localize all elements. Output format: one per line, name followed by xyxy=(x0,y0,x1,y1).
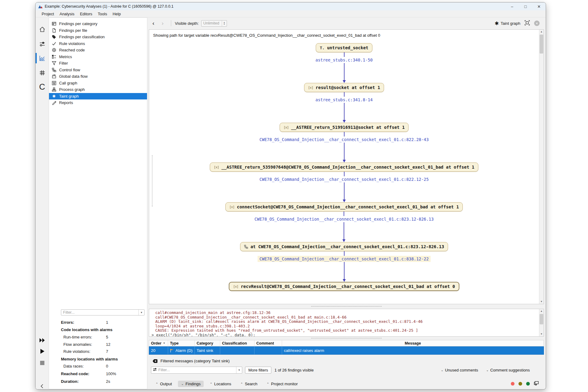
graph-node-connect-socket[interactable]: [x] connectSocket@CWE78_OS_Command_Injec… xyxy=(225,202,463,211)
stop-icon[interactable] xyxy=(36,358,49,368)
nav-item-taint-graph[interactable]: ✱ Taint graph xyxy=(49,93,147,100)
edge-label[interactable]: astree_stubs.c:341.8-14 xyxy=(314,97,375,103)
back-button[interactable]: ‹ xyxy=(149,20,158,27)
menu-editors[interactable]: Editors xyxy=(77,12,95,16)
edge-label[interactable]: astree_stubs.c:340.1-50 xyxy=(314,57,375,63)
edge-label[interactable]: CWE78_OS_Command_Injection__char_connect… xyxy=(258,176,431,182)
nav-item-metrics[interactable]: Metrics xyxy=(49,54,147,60)
unused-comments-toggle[interactable]: ⌄ Unused comments xyxy=(441,368,478,372)
app-window: Example: Cybersecurity Analyses (1) - As… xyxy=(35,2,546,390)
nav-item-call-graph[interactable]: Call graph xyxy=(49,80,147,87)
column-header-message[interactable]: Message xyxy=(282,340,544,346)
forward-button[interactable]: › xyxy=(158,20,167,27)
graph-node-untrusted-socket[interactable]: T. untrusted_socket xyxy=(316,43,372,52)
log-scrollbar[interactable]: ▲ ▼ xyxy=(539,309,544,336)
monitor-icon[interactable] xyxy=(534,381,539,387)
graph-node-location[interactable]: at CWE78_OS_Command_Injection__char_conn… xyxy=(240,242,448,251)
column-header-type[interactable]: Type xyxy=(168,340,195,346)
combo-arrow-icon[interactable]: ▼ xyxy=(236,367,242,373)
fast-forward-icon[interactable] xyxy=(36,335,49,345)
tab-output[interactable]: ⌃ Output xyxy=(153,381,175,387)
edge-arrow xyxy=(342,222,345,242)
graph-node-result-socket[interactable]: [x] result@socket at offset 1 xyxy=(304,83,384,92)
edge-line xyxy=(344,52,345,57)
tab-search[interactable]: ⌃ Search xyxy=(237,381,261,387)
collapse-panel-icon[interactable] xyxy=(36,381,49,390)
horizontal-splitter-handle[interactable] xyxy=(311,338,382,338)
unused-comments-label: Unused comments xyxy=(445,368,478,372)
play-icon[interactable] xyxy=(36,346,49,357)
more-filters-button[interactable]: More filters xyxy=(245,367,271,374)
menu-tools[interactable]: Tools xyxy=(95,12,110,16)
column-label: Order xyxy=(151,341,161,345)
home-icon[interactable] xyxy=(36,24,49,35)
control-flow-icon xyxy=(52,68,56,72)
nav-item-reached-code[interactable]: Reached code xyxy=(49,47,147,54)
funnel-icon xyxy=(52,61,56,65)
graph-node-astree-return-535907648[interactable]: [x] __ASTREE_return_535907648@CWE78_OS_C… xyxy=(210,162,478,172)
nav-item-control-flow[interactable]: Control flow xyxy=(49,67,147,73)
scrollbar-thumb[interactable] xyxy=(540,314,543,324)
scroll-down-icon[interactable]: ▼ xyxy=(539,300,544,304)
column-header-order[interactable]: Order ▼ xyxy=(149,340,168,346)
status-cluster xyxy=(511,381,543,387)
menu-analysis[interactable]: Analysis xyxy=(57,12,77,16)
nav-item-reports[interactable]: Reports xyxy=(49,99,147,106)
comment-suggestions-toggle[interactable]: ⌄ Comment suggestions xyxy=(486,368,530,372)
clear-filter-icon[interactable] xyxy=(153,359,158,363)
findings-filter-input[interactable]: Filter... ▼ xyxy=(151,367,242,374)
maximize-button[interactable]: □ xyxy=(519,2,532,10)
edge-label-highlighted[interactable]: CWE78_OS_Command_Injection__char_connect… xyxy=(258,256,431,262)
spinner-arrows-icon[interactable]: ▲▼ xyxy=(222,21,227,26)
chart-icon[interactable] xyxy=(36,53,49,63)
graph-node-label: __ASTREE_return_535907648@CWE78_OS_Comma… xyxy=(221,165,474,170)
nav-item-findings-per-classification[interactable]: Findings per classification xyxy=(49,34,147,40)
nav-item-findings-per-category[interactable]: Findings per category xyxy=(49,21,147,27)
close-view-icon[interactable]: ✕ xyxy=(534,21,540,26)
minimize-button[interactable]: – xyxy=(505,2,519,10)
stat-label: Memory locations with alarms xyxy=(61,357,118,361)
nav-item-global-data-flow[interactable]: Global data flow xyxy=(49,73,147,80)
window-title: Example: Cybersecurity Analyses (1) - As… xyxy=(45,4,174,9)
scrollbar-thumb[interactable] xyxy=(540,35,543,54)
nav-item-filter[interactable]: Filter xyxy=(49,60,147,67)
horizontal-splitter-handle[interactable] xyxy=(311,306,382,307)
nav-item-findings-per-file[interactable]: Findings per file xyxy=(49,27,147,34)
sliders-icon[interactable] xyxy=(36,39,49,49)
finding-row-selected[interactable]: 20 Alarm (D) Taint sink call#execl raise… xyxy=(149,346,544,355)
views-panel: Findings per category Findings per file … xyxy=(49,17,147,389)
stat-rule-violations: Rule violations: 7 xyxy=(63,349,125,354)
chevron-up-icon: ⌃ xyxy=(267,382,269,386)
column-header-classification[interactable]: Classification xyxy=(220,340,254,346)
maximize-view-icon[interactable] xyxy=(525,20,530,27)
column-header-category[interactable]: Category xyxy=(195,340,220,346)
toolbar-separator xyxy=(171,20,171,26)
stat-value: 2s xyxy=(106,379,110,384)
nav-item-rule-violations[interactable]: Rule violations xyxy=(49,40,147,47)
combo-arrow-icon[interactable]: ▼ xyxy=(138,310,144,315)
scroll-up-icon[interactable]: ▲ xyxy=(539,30,544,34)
graph-node-recv-result[interactable]: [x] recvResult@CWE78_OS_Command_Injectio… xyxy=(229,282,459,291)
graph-node-astree-return-519916911[interactable]: [x] __ASTREE_return_519916911@socket at … xyxy=(280,123,409,132)
stats-filter-input[interactable]: Filter... ▼ xyxy=(61,309,145,315)
edge-label[interactable]: CWE78_OS_Command_Injection__char_connect… xyxy=(253,216,435,222)
tab-label: Search xyxy=(245,382,257,386)
column-header-comment[interactable]: Comment xyxy=(254,340,282,346)
menu-project[interactable]: Project xyxy=(39,12,57,16)
scroll-up-icon[interactable]: ▲ xyxy=(539,309,544,313)
chevron-up-icon: ⌃ xyxy=(210,382,212,386)
column-label: Classification xyxy=(222,341,247,345)
nav-item-process-graph[interactable]: Process graph xyxy=(49,86,147,93)
edge-label[interactable]: CWE78_OS_Command_Injection__char_connect… xyxy=(258,136,431,143)
visible-depth-spinner[interactable]: Unlimited ▲▼ xyxy=(201,20,227,27)
cell-type-label: Alarm (D) xyxy=(175,348,193,353)
menu-help[interactable]: Help xyxy=(110,12,124,16)
graph-scrollbar[interactable]: ▲ ▼ xyxy=(539,30,544,304)
tab-findings[interactable]: ⌄ Findings xyxy=(178,381,204,387)
tab-project-monitor[interactable]: ⌃ Project monitor xyxy=(264,381,301,387)
c-language-icon[interactable]: C xyxy=(36,82,49,92)
grid-icon[interactable] xyxy=(36,68,49,78)
scroll-down-icon[interactable]: ▼ xyxy=(539,332,544,336)
close-button[interactable]: ✕ xyxy=(532,2,546,10)
tab-locations[interactable]: ⌃ Locations xyxy=(207,381,234,387)
